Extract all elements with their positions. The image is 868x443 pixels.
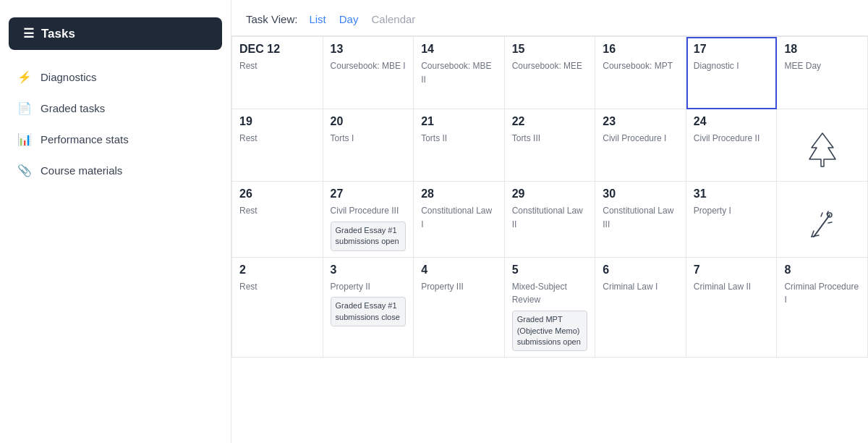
cal-cell-26: 26 Rest — [232, 182, 323, 258]
cal-cell-8: 8 Criminal Procedure I — [777, 258, 868, 358]
cell-date: 8 — [784, 263, 860, 277]
cell-date: 31 — [694, 187, 770, 201]
sidebar-item-label: Performance stats — [41, 133, 129, 145]
event-badge[interactable]: Graded Essay #1 submissions close — [331, 297, 407, 326]
cell-date: 4 — [421, 263, 497, 277]
cell-date: 14 — [421, 43, 497, 56]
cell-label: Criminal Law I — [603, 282, 658, 292]
cell-label: Coursebook: MBE II — [421, 61, 491, 85]
cell-date: 7 — [694, 263, 770, 277]
cal-cell-28: 28 Constitutional Law I — [414, 182, 505, 258]
sidebar-item-course-materials[interactable]: 📎 Course materials — [0, 155, 231, 186]
svg-line-3 — [821, 213, 822, 216]
cell-label: Coursebook: MPT — [603, 61, 673, 71]
cal-cell-5: 5 Mixed-Subject Review Graded MPT (Objec… — [505, 258, 596, 358]
cell-label: Rest — [239, 206, 258, 216]
svg-line-6 — [812, 235, 819, 237]
tasks-icon: ☰ — [23, 26, 34, 41]
cell-label: Constitutional Law I — [421, 206, 492, 229]
bar-chart-icon: 📊 — [17, 132, 32, 146]
cell-label: Torts II — [421, 133, 447, 143]
sidebar-item-label: Graded tasks — [41, 102, 105, 114]
sidebar-item-label: Course materials — [41, 164, 122, 177]
cell-date: 30 — [603, 187, 678, 201]
cell-label: Torts I — [331, 133, 354, 143]
cell-label: Criminal Law II — [694, 282, 751, 292]
cell-date: 24 — [694, 115, 770, 128]
cell-date: 15 — [512, 43, 588, 56]
cal-cell-19: 19 Rest — [232, 109, 323, 182]
cal-cell-2: 2 Rest — [232, 258, 323, 358]
cal-cell-dec12: DEC 12 Rest — [232, 37, 323, 109]
cell-label: Diagnostic I — [694, 61, 739, 71]
cell-date: 29 — [512, 187, 588, 201]
cell-date: 17 — [694, 43, 770, 56]
cell-date: 20 — [331, 115, 407, 128]
tab-calendar[interactable]: Calendar — [367, 12, 420, 27]
sidebar-item-performance-stats[interactable]: 📊 Performance stats — [0, 124, 231, 155]
svg-line-1 — [814, 215, 830, 237]
cell-label: Torts III — [512, 133, 540, 143]
cell-label: Coursebook: MBE I — [331, 61, 406, 71]
calendar-view: DEC 12 Rest 13 Coursebook: MBE I 14 Cour… — [231, 36, 868, 443]
cal-cell-24: 24 Civil Procedure II — [686, 109, 778, 182]
paperclip-icon: 📎 — [17, 164, 32, 177]
cal-cell-23: 23 Civil Procedure I — [595, 109, 686, 182]
cal-cell-new-year — [777, 182, 868, 258]
cell-label: Rest — [239, 133, 258, 143]
cal-cell-15: 15 Coursebook: MEE — [505, 37, 596, 109]
cell-date: 28 — [421, 187, 497, 201]
cal-cell-6: 6 Criminal Law I — [595, 258, 686, 358]
cell-label: Constitutional Law II — [512, 206, 583, 229]
cell-date: 19 — [239, 115, 315, 128]
cal-cell-25 — [777, 109, 868, 182]
cal-cell-3: 3 Property II Graded Essay #1 submission… — [323, 258, 414, 358]
cell-label: Rest — [239, 61, 258, 71]
cell-date: 2 — [239, 263, 315, 277]
event-badge[interactable]: Graded MPT (Objective Memo) submissions … — [512, 311, 588, 351]
cell-label: Property II — [331, 282, 370, 292]
task-view-header: Task View: List Day Calendar — [231, 0, 868, 36]
cell-date: 13 — [331, 43, 407, 56]
calendar-grid: DEC 12 Rest 13 Coursebook: MBE I 14 Cour… — [231, 36, 868, 358]
file-icon: 📄 — [17, 101, 32, 115]
tab-list[interactable]: List — [305, 12, 330, 27]
svg-line-4 — [828, 222, 832, 223]
cell-date: 3 — [331, 263, 407, 277]
cell-date: 21 — [421, 115, 497, 128]
cell-date: 16 — [603, 43, 678, 56]
cell-date: 6 — [603, 263, 678, 277]
tab-day[interactable]: Day — [335, 12, 363, 27]
cell-date: 23 — [603, 115, 678, 128]
sidebar-title[interactable]: ☰ Tasks — [9, 17, 222, 50]
cell-label: MEE Day — [784, 61, 821, 71]
cell-label: Civil Procedure I — [603, 133, 666, 143]
sidebar-item-diagnostics[interactable]: ⚡ Diagnostics — [0, 62, 231, 93]
cell-label: Coursebook: MEE — [512, 61, 582, 71]
party-popper-icon — [808, 209, 837, 247]
cell-date: 27 — [331, 187, 407, 201]
cal-cell-21: 21 Torts II — [414, 109, 505, 182]
cal-cell-30: 30 Constitutional Law III — [595, 182, 686, 258]
cal-cell-18: 18 MEE Day — [777, 37, 868, 109]
cal-cell-20: 20 Torts I — [323, 109, 414, 182]
sidebar-item-label: Diagnostics — [41, 71, 97, 83]
cell-label: Property III — [421, 282, 464, 292]
cell-date: 18 — [784, 43, 860, 56]
sidebar-title-label: Tasks — [41, 27, 75, 41]
cal-cell-14: 14 Coursebook: MBE II — [414, 37, 505, 109]
event-badge[interactable]: Graded Essay #1 submissions open — [331, 222, 407, 251]
sidebar: ☰ Tasks ⚡ Diagnostics 📄 Graded tasks 📊 P… — [0, 0, 231, 443]
task-view-label: Task View: — [246, 13, 297, 25]
cal-cell-31: 31 Property I — [686, 182, 778, 258]
cal-cell-17: 17 Diagnostic I — [686, 37, 778, 109]
svg-marker-0 — [809, 133, 835, 166]
cell-date: 5 — [512, 263, 588, 277]
activity-icon: ⚡ — [17, 70, 32, 84]
cal-cell-22: 22 Torts III — [505, 109, 596, 182]
cal-cell-29: 29 Constitutional Law II — [505, 182, 596, 258]
cell-label: Criminal Procedure I — [784, 282, 859, 305]
cell-label: Civil Procedure II — [694, 133, 760, 143]
cell-date: DEC 12 — [239, 43, 315, 56]
sidebar-item-graded-tasks[interactable]: 📄 Graded tasks — [0, 93, 231, 124]
